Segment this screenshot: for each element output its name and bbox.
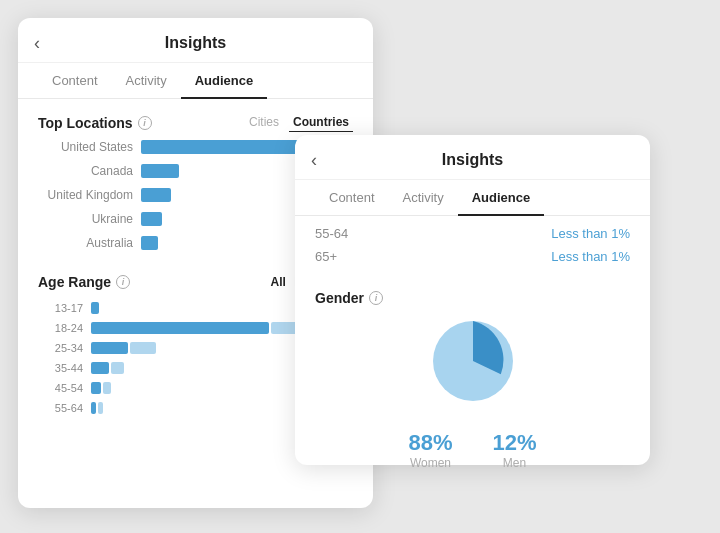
location-bar — [141, 212, 162, 226]
age-bar-main — [91, 322, 269, 334]
stat-age-label: 65+ — [315, 249, 337, 264]
age-label: 35-44 — [38, 362, 83, 374]
top-locations-title: Top Locations i — [38, 115, 152, 131]
age-label: 18-24 — [38, 322, 83, 334]
list-item: 65+ Less than 1% — [315, 249, 630, 264]
age-bar-light — [130, 342, 156, 354]
top-locations-info-icon: i — [138, 116, 152, 130]
countries-toggle[interactable]: Countries — [289, 113, 353, 132]
list-item: 55-64 Less than 1% — [315, 226, 630, 241]
location-label: United States — [38, 140, 133, 154]
stat-age-label: 55-64 — [315, 226, 348, 241]
location-label: Australia — [38, 236, 133, 250]
women-percent: 88% — [408, 430, 452, 456]
location-label: Ukraine — [38, 212, 133, 226]
age-label: 13-17 — [38, 302, 83, 314]
age-bar-main — [91, 342, 128, 354]
back-arrow-icon[interactable]: ‹ — [34, 33, 40, 54]
front-back-arrow-icon[interactable]: ‹ — [311, 150, 317, 171]
gender-content: 88% Women 12% Men — [315, 306, 630, 470]
age-bar-light — [103, 382, 111, 394]
age-bar-light — [111, 362, 124, 374]
age-bar-main — [91, 402, 96, 414]
age-range-info-icon: i — [116, 275, 130, 289]
tab-audience[interactable]: Audience — [181, 63, 268, 98]
gender-pie-chart — [418, 306, 528, 416]
age-bar-main — [91, 382, 101, 394]
women-label: Women — [408, 456, 452, 470]
back-card-title: Insights — [165, 34, 226, 52]
gender-info-icon: i — [369, 291, 383, 305]
front-card-tabs: Content Activity Audience — [295, 180, 650, 216]
back-card-tabs: Content Activity Audience — [18, 63, 373, 99]
location-bar — [141, 164, 179, 178]
age-bar-light — [98, 402, 103, 414]
age-label: 45-54 — [38, 382, 83, 394]
front-tab-audience[interactable]: Audience — [458, 180, 545, 215]
location-label: Canada — [38, 164, 133, 178]
front-card-title: Insights — [442, 151, 503, 169]
top-locations-header: Top Locations i Cities Countries — [18, 99, 373, 140]
men-label: Men — [493, 456, 537, 470]
front-card-header: ‹ Insights — [295, 135, 650, 180]
front-tab-content[interactable]: Content — [315, 180, 389, 215]
age-stats-rows: 55-64 Less than 1% 65+ Less than 1% — [295, 216, 650, 286]
gender-stats: 88% Women 12% Men — [315, 430, 630, 470]
location-bar — [141, 140, 315, 154]
location-bar — [141, 188, 171, 202]
age-label: 25-34 — [38, 342, 83, 354]
location-toggle: Cities Countries — [245, 113, 353, 132]
age-label: 55-64 — [38, 402, 83, 414]
tab-content[interactable]: Content — [38, 63, 112, 98]
front-card: ‹ Insights Content Activity Audience 55-… — [295, 135, 650, 465]
front-tab-activity[interactable]: Activity — [389, 180, 458, 215]
tab-activity[interactable]: Activity — [112, 63, 181, 98]
location-label: United Kingdom — [38, 188, 133, 202]
gender-title: Gender i — [315, 290, 630, 306]
men-stat: 12% Men — [493, 430, 537, 470]
age-range-title: Age Range i — [38, 274, 130, 290]
pie-chart-wrapper — [418, 306, 528, 416]
cities-toggle[interactable]: Cities — [245, 113, 283, 132]
age-bar-main — [91, 302, 99, 314]
back-card-header: ‹ Insights — [18, 18, 373, 63]
stat-age-value: Less than 1% — [551, 249, 630, 264]
stat-age-value: Less than 1% — [551, 226, 630, 241]
women-stat: 88% Women — [408, 430, 452, 470]
age-bar-light — [271, 322, 297, 334]
gender-section: Gender i 88% — [295, 286, 650, 486]
location-bar — [141, 236, 158, 250]
age-toggle-all[interactable]: All — [271, 275, 286, 289]
age-bar-main — [91, 362, 109, 374]
men-percent: 12% — [493, 430, 537, 456]
